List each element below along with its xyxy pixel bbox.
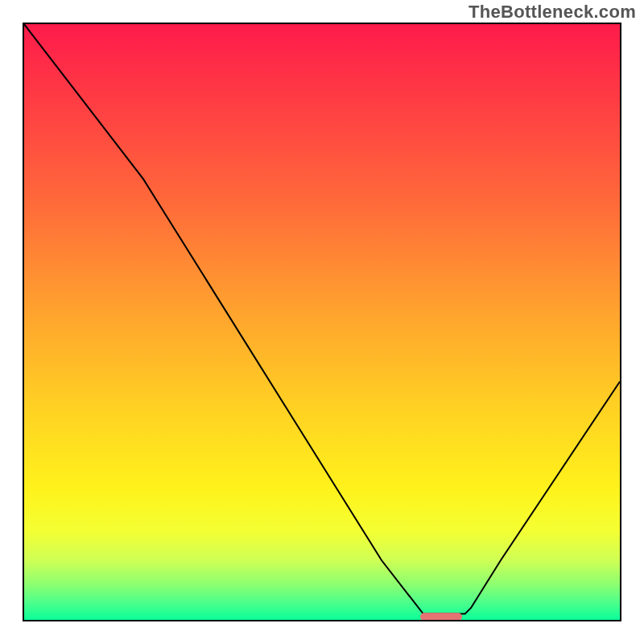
watermark-text: TheBottleneck.com (469, 2, 636, 23)
chart-container: TheBottleneck.com (0, 0, 644, 644)
plot-area (23, 23, 621, 621)
optimal-marker (420, 613, 462, 620)
bottleneck-curve (24, 24, 620, 614)
chart-overlay (24, 24, 620, 620)
